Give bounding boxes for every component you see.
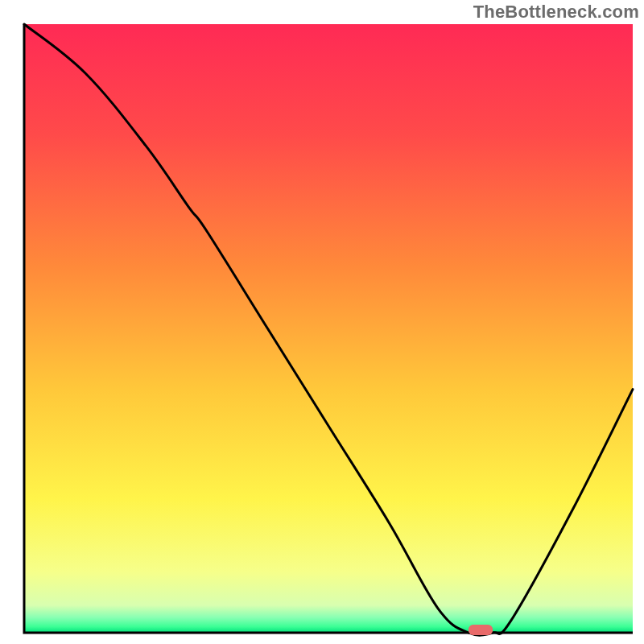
bottleneck-chart <box>0 0 644 644</box>
plot-background <box>24 24 633 633</box>
chart-frame: { "watermark": "TheBottleneck.com", "cha… <box>0 0 644 644</box>
watermark-text: TheBottleneck.com <box>473 2 639 23</box>
optimal-marker <box>469 625 493 635</box>
